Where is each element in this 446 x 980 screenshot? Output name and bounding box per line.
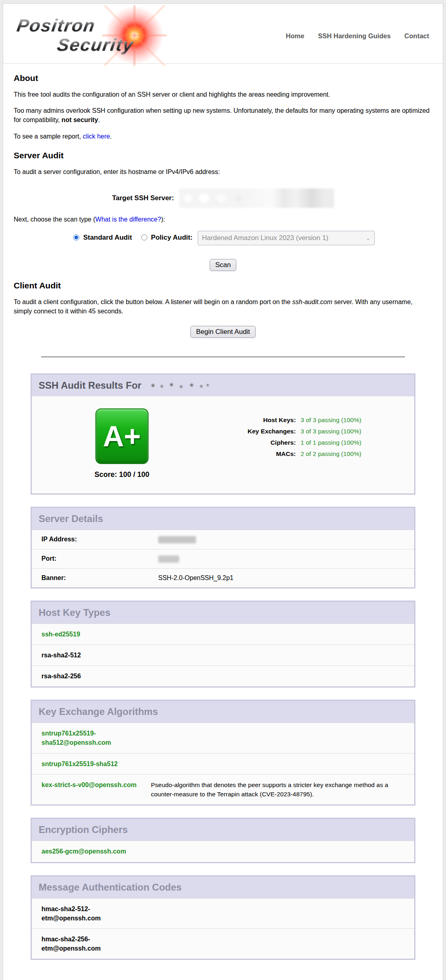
client-audit-domain: ssh-audit.com — [292, 298, 332, 305]
kex-note: Pseudo-algorithm that denotes the peer s… — [151, 780, 405, 799]
redacted-hostname — [148, 381, 213, 391]
cipher-name: aes256-gcm@openssh.com — [41, 847, 151, 856]
stat-value: 3 of 3 passing (100%) — [301, 428, 361, 435]
stat-label: Key Exchanges: — [208, 428, 296, 435]
key-exchange-header: Key Exchange Algorithms — [32, 701, 414, 723]
stat-label: MACs: — [208, 450, 296, 458]
policy-select[interactable]: Hardened Amazon Linux 2023 (version 1) ⌄ — [198, 231, 375, 245]
port-value — [158, 555, 179, 563]
stat-row-macs: MACs: 2 of 2 passing (100%) — [208, 450, 361, 458]
grade-badge: A+ — [95, 408, 149, 464]
scan-type-text-end: ): — [161, 216, 165, 223]
about-p2-end: . — [98, 116, 100, 123]
kex-name: sntrup761x25519-sha512 — [41, 759, 151, 769]
host-key-name: rsa-sha2-256 — [41, 671, 151, 681]
table-row: ssh-ed25519 — [32, 624, 414, 644]
stat-row-host-keys: Host Keys: 3 of 3 passing (100%) — [208, 416, 361, 424]
client-audit-paragraph: To audit a client configuration, click t… — [14, 297, 432, 316]
table-row: sntrup761x25519-sha512 — [32, 753, 414, 774]
banner-label: Banner: — [41, 574, 158, 582]
main-page-card: Positron Security Home SSH Hardening Gui… — [3, 3, 443, 980]
nav-link-ssh-hardening-guides[interactable]: SSH Hardening Guides — [318, 32, 391, 40]
about-p2-bold: not security — [62, 116, 98, 123]
host-key-types-header: Host Key Types — [32, 602, 414, 624]
nav-link-contact[interactable]: Contact — [405, 32, 429, 40]
sample-report-link[interactable]: click here — [83, 133, 110, 140]
sample-report-text: To see a sample report, — [14, 133, 83, 140]
sample-report-period: . — [110, 133, 112, 140]
policy-audit-label[interactable]: Policy Audit: — [151, 234, 192, 241]
kex-name: kex-strict-s-v00@openssh.com — [41, 780, 151, 799]
stat-label: Ciphers: — [208, 439, 296, 446]
server-audit-heading: Server Audit — [14, 151, 432, 160]
standard-audit-label[interactable]: Standard Audit — [83, 234, 132, 241]
about-heading: About — [14, 73, 432, 83]
table-row: hmac-sha2-256-etm@openssh.com — [32, 928, 414, 959]
server-details-header: Server Details — [32, 508, 414, 530]
stat-row-ciphers: Ciphers: 1 of 1 passing (100%) — [208, 439, 361, 446]
client-audit-button-row: Begin Client Audit — [14, 326, 432, 338]
about-paragraph-2: Too many admins overlook SSH configurati… — [14, 106, 432, 124]
table-row: kex-strict-s-v00@openssh.com Pseudo-algo… — [32, 774, 414, 805]
mac-name: hmac-sha2-512-etm@openssh.com — [41, 904, 151, 923]
about-paragraph-1: This free tool audits the configuration … — [14, 90, 432, 99]
host-key-name: rsa-sha2-512 — [41, 651, 151, 660]
macs-panel: Message Authentication Codes hmac-sha2-5… — [31, 875, 415, 960]
score-label: Score: 100 / 100 — [95, 470, 149, 479]
stat-label: Host Keys: — [208, 416, 296, 424]
mac-name: hmac-sha2-256-etm@openssh.com — [41, 934, 151, 953]
grade-summary: A+ Score: 100 / 100 Host Keys: 3 of 3 pa… — [32, 396, 414, 493]
target-server-label: Target SSH Server: — [112, 194, 174, 202]
client-audit-text: To audit a client configuration, click t… — [14, 298, 292, 305]
chevron-down-icon: ⌄ — [366, 235, 370, 241]
kex-note — [151, 759, 405, 769]
stat-value: 2 of 2 passing (100%) — [301, 450, 361, 458]
banner-value: SSH-2.0-OpenSSH_9.2p1 — [158, 574, 233, 582]
page-content: About This free tool audits the configur… — [3, 64, 443, 980]
target-server-input[interactable] — [179, 189, 334, 208]
host-key-types-panel: Host Key Types ssh-ed25519 rsa-sha2-512 … — [31, 601, 415, 688]
about-paragraph-3: To see a sample report, click here. — [14, 132, 432, 141]
scan-button-row: Scan — [14, 259, 432, 271]
site-header: Positron Security Home SSH Hardening Gui… — [3, 4, 443, 64]
server-audit-intro: To audit a server configuration, enter i… — [14, 167, 432, 176]
policy-audit-radio[interactable] — [141, 234, 147, 240]
client-audit-heading: Client Audit — [14, 281, 432, 290]
section-divider — [41, 356, 405, 357]
begin-client-audit-button[interactable]: Begin Client Audit — [190, 326, 256, 338]
table-row: hmac-sha2-512-etm@openssh.com — [32, 898, 414, 928]
stat-value: 3 of 3 passing (100%) — [301, 416, 361, 424]
nav-link-home[interactable]: Home — [286, 32, 304, 40]
encryption-ciphers-header: Encryption Ciphers — [32, 819, 414, 841]
stats-column: Host Keys: 3 of 3 passing (100%) Key Exc… — [208, 408, 361, 479]
table-row-banner: Banner: SSH-2.0-OpenSSH_9.2p1 — [32, 568, 414, 587]
key-exchange-panel: Key Exchange Algorithms sntrup761x25519-… — [31, 700, 415, 806]
results-panel-header: SSH Audit Results For — [32, 375, 414, 397]
results-panel: SSH Audit Results For A+ Score: 100 / 10… — [31, 373, 415, 495]
table-row: sntrup761x25519-sha512@openssh.com — [32, 723, 414, 753]
scan-type-text: Next, choose the scan type ( — [14, 216, 95, 223]
scan-button[interactable]: Scan — [210, 259, 237, 271]
table-row-ip: IP Address: — [32, 530, 414, 549]
grade-column: A+ Score: 100 / 100 — [36, 408, 208, 479]
logo-text-line2: Security — [56, 36, 135, 54]
redacted-port-value — [158, 555, 179, 563]
scan-type-difference-link[interactable]: What is the difference? — [95, 216, 161, 223]
ip-address-label: IP Address: — [41, 536, 158, 543]
main-nav: Home SSH Hardening Guides Contact — [286, 29, 429, 40]
policy-select-value: Hardened Amazon Linux 2023 (version 1) — [202, 234, 328, 242]
table-row: rsa-sha2-512 — [32, 644, 414, 665]
port-label: Port: — [41, 555, 158, 563]
results-title: SSH Audit Results For — [39, 380, 141, 391]
macs-header: Message Authentication Codes — [32, 876, 414, 898]
positron-security-logo[interactable]: Positron Security — [10, 8, 167, 61]
stat-value: 1 of 1 passing (100%) — [301, 439, 361, 446]
kex-name: sntrup761x25519-sha512@openssh.com — [41, 729, 151, 747]
table-row: rsa-sha2-256 — [32, 665, 414, 686]
kex-note — [151, 729, 405, 747]
stat-row-key-exchanges: Key Exchanges: 3 of 3 passing (100%) — [208, 428, 361, 435]
ip-address-value — [158, 536, 196, 543]
table-row: aes256-gcm@openssh.com — [32, 841, 414, 862]
standard-audit-radio[interactable] — [73, 234, 79, 240]
server-details-panel: Server Details IP Address: Port: Banner:… — [31, 507, 415, 588]
